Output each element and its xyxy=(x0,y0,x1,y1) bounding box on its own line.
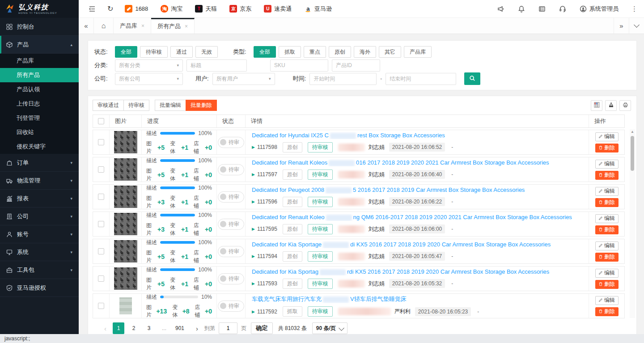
delete-button[interactable]: 删除 xyxy=(595,171,619,180)
row-checkbox[interactable] xyxy=(98,194,104,200)
status-chip-approved[interactable]: 通过 xyxy=(170,46,193,58)
product-image[interactable] xyxy=(119,297,132,314)
page-button-last[interactable]: 901 xyxy=(174,322,186,334)
marketplace-aliexpress[interactable]: U 速卖通 xyxy=(264,5,292,13)
prev-page-icon[interactable]: ‹ xyxy=(104,325,106,332)
status-chip-all[interactable]: 全部 xyxy=(115,46,137,58)
apps-icon[interactable] xyxy=(538,5,546,13)
marketplace-1688[interactable]: 1688 xyxy=(125,5,148,13)
sidebar-item-listing-management[interactable]: 刊登管理 xyxy=(0,111,79,125)
play-icon[interactable]: ▶ xyxy=(252,145,255,149)
sidebar-item-logistics[interactable]: 物流管理 ▾ xyxy=(0,172,79,190)
batch-edit-button[interactable]: 批量编辑 xyxy=(155,100,186,111)
row-checkbox[interactable] xyxy=(98,221,104,227)
play-icon[interactable]: ▶ xyxy=(252,227,255,231)
status-chip-invalid[interactable]: 无效 xyxy=(195,46,218,58)
user-menu[interactable]: 系统管理员 xyxy=(580,5,619,13)
sidebar-item-amazon-auth[interactable]: 亚马逊授权 xyxy=(0,279,79,297)
edit-button[interactable]: 编辑 xyxy=(595,160,619,169)
page-button-1[interactable]: 1 xyxy=(113,322,124,334)
product-title-link[interactable]: 车载充气床车用旅行汽车充V轿车后排气垫睡觉床 xyxy=(252,295,407,303)
page-button-2[interactable]: 2 xyxy=(128,322,140,334)
product-image[interactable] xyxy=(114,240,137,263)
row-checkbox[interactable] xyxy=(98,166,104,173)
table-scrollbar[interactable]: ▲ xyxy=(630,129,635,318)
product-image[interactable] xyxy=(114,267,137,290)
next-page-icon[interactable]: › xyxy=(196,325,198,332)
row-checkbox[interactable] xyxy=(98,275,104,282)
type-chip-all[interactable]: 全部 xyxy=(254,46,276,58)
close-icon[interactable]: × xyxy=(185,23,188,30)
marketplace-taobao[interactable]: 淘 淘宝 xyxy=(161,5,182,13)
goto-confirm-button[interactable]: 确定 xyxy=(251,322,273,334)
page-button-3[interactable]: 3 xyxy=(143,322,155,334)
collapse-sidebar-icon[interactable] xyxy=(89,5,96,13)
type-chip-library[interactable]: 产品库 xyxy=(404,46,432,58)
home-icon[interactable]: ⌂ xyxy=(94,18,114,34)
sidebar-item-infringement-keywords[interactable]: 侵权关键字 xyxy=(0,140,79,154)
product-image[interactable] xyxy=(114,131,137,153)
select-all-checkbox[interactable] xyxy=(98,118,104,124)
edit-button[interactable]: 编辑 xyxy=(595,269,619,278)
tab-product-library[interactable]: 产品库 × xyxy=(114,18,151,34)
tabs-scroll-left-icon[interactable]: « xyxy=(79,18,94,34)
delete-button[interactable]: 删除 xyxy=(595,225,619,234)
row-checkbox[interactable] xyxy=(98,139,104,145)
edit-button[interactable]: 编辑 xyxy=(595,214,619,223)
type-chip-key[interactable]: 重点 xyxy=(304,46,326,58)
sidebar-item-dashboard[interactable]: 控制台 xyxy=(0,18,79,36)
sidebar-item-recycle-bin[interactable]: 回收站 xyxy=(0,125,79,140)
product-id-input[interactable] xyxy=(332,59,380,72)
category-select[interactable]: 所有分类 ▾ xyxy=(115,59,183,72)
edit-button[interactable]: 编辑 xyxy=(595,132,619,141)
product-title-link[interactable]: Dedicated for Renault Koleong QM6 2016-2… xyxy=(252,214,572,221)
sku-input[interactable] xyxy=(270,59,328,72)
row-checkbox[interactable] xyxy=(98,303,104,309)
play-icon[interactable]: ▶ xyxy=(252,254,255,258)
play-icon[interactable]: ▶ xyxy=(252,309,255,314)
play-icon[interactable]: ▶ xyxy=(252,281,255,286)
sidebar-item-product-claim[interactable]: 产品认领 xyxy=(0,82,79,97)
play-icon[interactable]: ▶ xyxy=(252,172,255,177)
delete-button[interactable]: 删除 xyxy=(595,144,619,152)
announcement-icon[interactable] xyxy=(497,5,504,13)
end-time-input[interactable] xyxy=(386,73,456,85)
sidebar-item-company[interactable]: 公司 ▾ xyxy=(0,207,79,225)
title-input[interactable] xyxy=(186,59,247,72)
sidebar-item-product-library[interactable]: 产品库 xyxy=(0,54,79,68)
scrollbar-thumb[interactable] xyxy=(631,136,634,171)
type-chip-overseas[interactable]: 海外 xyxy=(354,46,376,58)
product-title-link[interactable]: Dedicated for Peugeot 20085 2016 2017 20… xyxy=(252,186,525,194)
type-chip-original[interactable]: 原创 xyxy=(329,46,351,58)
marketplace-amazon[interactable]: a 亚马逊 xyxy=(304,5,332,13)
sidebar-item-toolkit[interactable]: 工具包 ▾ xyxy=(0,261,79,279)
company-select[interactable]: 所有公司 ▾ xyxy=(115,73,183,85)
more-icon[interactable]: ⋮ xyxy=(631,5,638,13)
scroll-up-icon[interactable]: ▲ xyxy=(631,129,634,135)
delete-button[interactable]: 删除 xyxy=(595,280,619,289)
edit-button[interactable]: 编辑 xyxy=(595,187,619,196)
type-chip-other[interactable]: 其它 xyxy=(379,46,401,58)
marketplace-jd[interactable]: 京 京东 xyxy=(229,5,251,13)
column-filter-button[interactable] xyxy=(591,100,602,111)
start-time-input[interactable] xyxy=(309,73,377,85)
product-title-link[interactable]: Dedicated for Kia Sportagrdi KX5 2016 20… xyxy=(252,268,549,275)
delete-button[interactable]: 删除 xyxy=(595,253,619,262)
tab-options-icon[interactable] xyxy=(629,18,644,34)
delete-button[interactable]: 删除 xyxy=(595,307,619,316)
product-title-link[interactable]: Dedicated for Renault Koleos016 2017 201… xyxy=(252,159,549,166)
sidebar-item-upload-log[interactable]: 上传日志 xyxy=(0,97,79,111)
user-select[interactable]: 所有用户 ▾ xyxy=(212,73,275,85)
print-button[interactable] xyxy=(619,100,631,111)
status-chip-pending[interactable]: 待审核 xyxy=(140,46,168,58)
edit-button[interactable]: 编辑 xyxy=(595,241,619,250)
delete-button[interactable]: 删除 xyxy=(595,198,619,207)
customer-service-icon[interactable] xyxy=(559,5,566,13)
goto-page-input[interactable] xyxy=(219,322,237,334)
sidebar-item-accounts[interactable]: 账号 ▾ xyxy=(0,225,79,243)
sidebar-item-reports[interactable]: 报表 ▾ xyxy=(0,190,79,207)
sidebar-item-all-products[interactable]: 所有产品 xyxy=(0,68,79,82)
play-icon[interactable]: ▶ xyxy=(252,199,255,204)
product-image[interactable] xyxy=(114,158,137,181)
type-chip-scraped[interactable]: 抓取 xyxy=(279,46,301,58)
